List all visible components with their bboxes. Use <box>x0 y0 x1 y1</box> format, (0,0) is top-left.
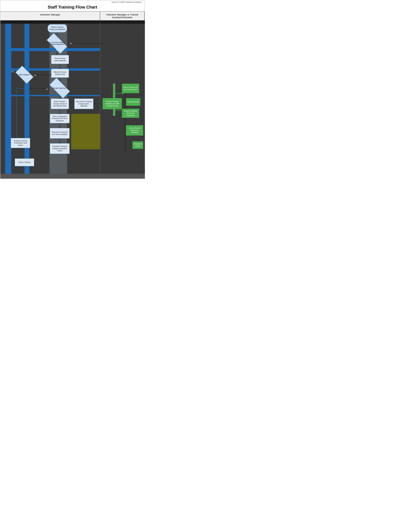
node-new-version: New Version Training Design and/or Mater… <box>74 99 93 109</box>
conn-revise-down <box>60 64 60 68</box>
conn-h-yes-right <box>68 43 106 43</box>
node-save-pdf: Save as Password Protected PDF File or E… <box>50 114 70 123</box>
conn-yes-right <box>67 43 103 44</box>
node-changes-approved: Changes Approved? <box>49 83 70 94</box>
node-send-reminder: Send Reminder <box>126 98 140 106</box>
page: Version 1.0 DRAFT Released mm/dd/yyyy St… <box>0 0 145 179</box>
arrow-no-down-1 <box>56 54 58 55</box>
node-reserve-room: Reserve Training Room and Equipment <box>122 109 139 118</box>
conn-pres-down <box>60 139 60 143</box>
olive-area <box>71 114 100 149</box>
node-determine-presenters: Determine Presenters and Their Availabil… <box>50 128 70 139</box>
node-revise-design: Revise Design and/or Materials <box>51 55 69 64</box>
version-text: Version 1.0 DRAFT Released mm/dd/yyyy <box>0 0 145 3</box>
conn-save-down <box>60 123 60 128</box>
node-use-current: Use Current Training Design & Materials? <box>47 38 67 49</box>
blue-bar-center <box>24 21 29 179</box>
lane-right-header: Volunteer Manager or Trained Assistant/V… <box>100 12 145 20</box>
conn-loop-back <box>16 88 17 142</box>
label-yes-1: Yes <box>70 43 72 44</box>
node-prepare-materials: Prepare Training Materials per Staff Tra… <box>103 98 122 109</box>
label-yes-2: Yes <box>34 74 36 76</box>
conn-make-changes-down <box>60 109 60 114</box>
label-no-1: No <box>56 49 58 51</box>
node-use-current-label: Use Current Training Design & Materials? <box>47 42 66 45</box>
label-no-3: No <box>46 88 48 90</box>
conn-sched-deliver <box>29 149 50 149</box>
node-inform-staff: Inform Affected Staff of the Schedule <box>126 125 143 136</box>
conn-newver-right <box>93 104 103 104</box>
blue-sep-3 <box>11 95 100 96</box>
node-schedule-training: Schedule Training & Assign Preparation D… <box>50 143 70 154</box>
conn-v-yes-right <box>106 43 106 98</box>
conn-green-h <box>113 93 123 94</box>
node-changes-approved-label: Changes Approved? <box>52 87 67 89</box>
diagram-area: Review Training Design and Materials Use… <box>0 21 145 179</box>
node-deliver-training: Deliver Training <box>15 159 34 166</box>
conn-v-deliver <box>29 149 30 159</box>
node-review-training: Review Training Design and Materials <box>48 24 67 32</box>
node-make-changes-ver: Make Changes, Change Version # and Relea… <box>51 99 69 109</box>
page-title: Staff Training Flow Chart <box>0 3 145 12</box>
label-no-2: No <box>12 71 14 73</box>
node-make-changes: Make changes? <box>16 69 33 80</box>
lane-divider <box>100 21 101 179</box>
bottom-band <box>0 174 145 179</box>
lane-left-header: Volunteer Manager <box>0 12 100 20</box>
blue-sep-main <box>11 49 100 51</box>
blue-bar-left <box>5 21 11 179</box>
node-day-of-training: Day of Training set Up Training Room <box>122 84 139 93</box>
node-evaluate-training: Evaluate Training Presentation and Impac… <box>11 138 30 148</box>
top-band <box>0 21 145 24</box>
swimlane-header: Volunteer Manager Volunteer Manager or T… <box>0 12 145 21</box>
conn-green-reserve <box>113 110 122 111</box>
conn-loop-h <box>16 88 29 89</box>
node-affected-persons: Affected Persons Review Draft <box>51 69 69 78</box>
node-arrange-snacks: Arrange for Snacks <box>132 141 143 149</box>
node-make-changes-label: Make changes? <box>19 74 30 76</box>
